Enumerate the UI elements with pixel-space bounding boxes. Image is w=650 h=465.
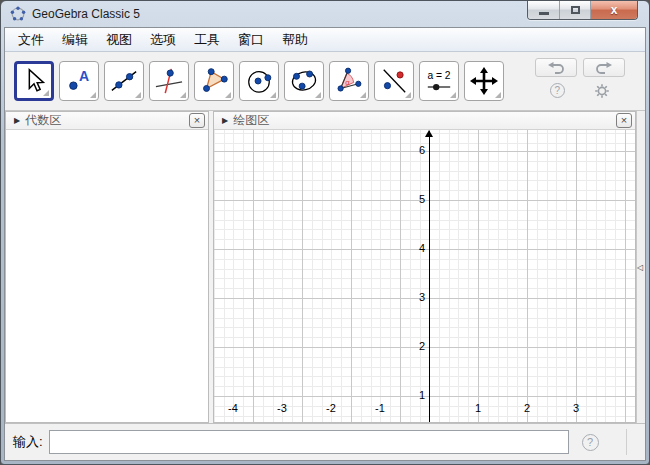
y-axis-tick-label: 2 [395, 340, 425, 352]
perpendicular-line-icon [155, 67, 183, 95]
polygon-icon [200, 67, 228, 95]
menu-options[interactable]: 选项 [141, 29, 185, 51]
algebra-body[interactable] [6, 130, 208, 422]
x-axis-tick-label: 3 [573, 402, 579, 414]
command-input[interactable] [49, 430, 569, 454]
tool-move-button[interactable] [14, 61, 54, 101]
tool-slider-button[interactable]: a = 2 [419, 61, 459, 101]
geogebra-logo-icon [10, 6, 26, 22]
graphics-canvas[interactable]: -4-3-2-1123123456 [214, 130, 635, 422]
toolbar: A [5, 52, 645, 111]
input-bar-separator [626, 429, 627, 455]
maximize-button[interactable] [559, 1, 590, 19]
toolbar-help-icon[interactable]: ? [550, 83, 565, 98]
graphics-title: 绘图区 [233, 112, 269, 129]
tool-dropdown-icon[interactable] [405, 92, 411, 98]
tool-ellipse-button[interactable] [284, 61, 324, 101]
menu-tools[interactable]: 工具 [185, 29, 229, 51]
minimize-button[interactable] [528, 1, 559, 19]
tool-circle-with-center-button[interactable] [239, 61, 279, 101]
y-axis-tick-label: 1 [395, 389, 425, 401]
tool-dropdown-icon[interactable] [225, 92, 231, 98]
tool-line-button[interactable] [104, 61, 144, 101]
tool-polygon-button[interactable] [194, 61, 234, 101]
caption-buttons: x [527, 1, 638, 20]
graphics-header: ▶ 绘图区 × [214, 112, 635, 130]
main-area: ▶ 代数区 × ▶ 绘图区 × -4-3-2-1123123456 [5, 111, 645, 423]
input-help-icon[interactable]: ? [582, 434, 599, 451]
svg-text:α: α [345, 78, 350, 87]
x-axis-tick-label: -2 [326, 402, 336, 414]
input-bar: 输入: ? [5, 423, 645, 460]
algebra-header: ▶ 代数区 × [6, 112, 208, 130]
graphics-view-panel: ▶ 绘图区 × -4-3-2-1123123456 [213, 111, 636, 423]
input-label: 输入: [13, 433, 43, 451]
x-axis-tick-label: 2 [524, 402, 530, 414]
tool-dropdown-icon[interactable] [270, 92, 276, 98]
reflect-icon [380, 67, 408, 95]
angle-icon: α [335, 67, 363, 95]
redo-icon [595, 62, 613, 74]
tool-buttons: A [14, 61, 504, 101]
client-area: 文件 编辑 视图 选项 工具 窗口 帮助 [4, 27, 646, 461]
algebra-title: 代数区 [25, 112, 61, 129]
graphics-close-button[interactable]: × [616, 113, 632, 128]
tool-dropdown-icon[interactable] [135, 92, 141, 98]
tool-perpendicular-line-button[interactable] [149, 61, 189, 101]
tool-reflect-about-line-button[interactable] [374, 61, 414, 101]
y-axis-arrow-icon [425, 130, 433, 137]
tool-dropdown-icon[interactable] [43, 90, 49, 96]
title-bar[interactable]: GeoGebra Classic 5 x [1, 1, 649, 27]
maximize-icon [571, 6, 580, 14]
tool-dropdown-icon[interactable] [315, 92, 321, 98]
x-axis-tick-label: -1 [375, 402, 385, 414]
panel-menu-triangle-icon[interactable]: ▶ [14, 116, 20, 125]
x-axis-tick-label: 1 [475, 402, 481, 414]
window-title: GeoGebra Classic 5 [32, 7, 140, 21]
undo-button[interactable] [535, 58, 577, 77]
ellipse-icon [290, 67, 318, 95]
y-axis-tick-label: 5 [395, 193, 425, 205]
tool-dropdown-icon[interactable] [180, 92, 186, 98]
menu-help[interactable]: 帮助 [273, 29, 317, 51]
algebra-view-panel: ▶ 代数区 × [5, 111, 209, 423]
circle-icon [245, 67, 273, 95]
minimize-icon [539, 12, 549, 15]
tool-dropdown-icon[interactable] [495, 92, 501, 98]
toolbar-right: ? [535, 58, 625, 99]
close-icon: x [611, 3, 618, 17]
menu-bar: 文件 编辑 视图 选项 工具 窗口 帮助 [5, 28, 645, 52]
tool-point-button[interactable]: A [59, 61, 99, 101]
tool-move-graphics-view-button[interactable] [464, 61, 504, 101]
algebra-close-button[interactable]: × [189, 113, 205, 128]
menu-file[interactable]: 文件 [9, 29, 53, 51]
y-axis-tick-label: 6 [395, 144, 425, 156]
tool-angle-button[interactable]: α [329, 61, 369, 101]
x-axis-tick-label: -3 [277, 402, 287, 414]
slider-icon: a = 2 [424, 67, 454, 95]
tool-dropdown-icon[interactable] [360, 92, 366, 98]
tool-dropdown-icon[interactable] [90, 92, 96, 98]
geogebra-window: GeoGebra Classic 5 x 文件 编辑 视图 选项 工具 窗口 帮… [0, 0, 650, 465]
redo-button[interactable] [583, 58, 625, 77]
panel-menu-triangle-icon[interactable]: ▶ [222, 116, 228, 125]
menu-view[interactable]: 视图 [97, 29, 141, 51]
y-axis-tick-label: 4 [395, 242, 425, 254]
slider-label: a = 2 [427, 70, 450, 81]
collapse-left-arrow-icon[interactable]: ◁ [637, 263, 643, 272]
svg-text:A: A [79, 68, 89, 84]
point-icon: A [65, 67, 93, 95]
settings-gear-icon[interactable] [594, 83, 610, 99]
tool-dropdown-icon[interactable] [450, 92, 456, 98]
menu-edit[interactable]: 编辑 [53, 29, 97, 51]
line-icon [110, 67, 138, 95]
x-axis-tick-label: -4 [228, 402, 238, 414]
y-axis-line [429, 131, 430, 422]
undo-icon [547, 62, 565, 74]
close-button[interactable]: x [590, 1, 637, 19]
menu-window[interactable]: 窗口 [229, 29, 273, 51]
y-axis-tick-label: 3 [395, 291, 425, 303]
sidebar-collapse-strip[interactable]: ◁ [636, 111, 645, 423]
